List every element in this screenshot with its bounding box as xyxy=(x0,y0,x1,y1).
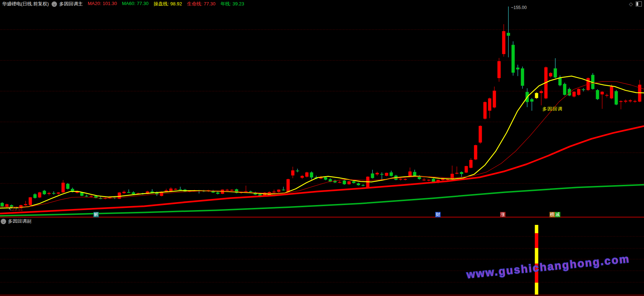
candle-body xyxy=(43,191,46,194)
candle-body xyxy=(610,87,613,99)
candle-body xyxy=(474,145,477,160)
sub-indicator-name[interactable]: 多因回调副 xyxy=(8,218,31,225)
main-chart-canvas[interactable] xyxy=(0,0,644,296)
candle-body xyxy=(512,45,515,73)
candle-body xyxy=(362,185,365,186)
candle-body xyxy=(380,174,384,175)
candle-body xyxy=(498,61,501,78)
event-label[interactable]: 解 xyxy=(93,212,99,217)
split-panel-icon[interactable] xyxy=(636,1,642,6)
sub-panel-signal-bar xyxy=(535,233,538,248)
diamond-icon[interactable]: ◇ xyxy=(629,1,633,7)
candle-body xyxy=(343,180,346,184)
candle-body xyxy=(38,192,41,197)
candle-body xyxy=(169,188,173,191)
candle-body xyxy=(629,100,632,101)
indicator-main-name[interactable]: 多因回调主 xyxy=(59,1,83,7)
legend-item: 操盘线: 98.92 xyxy=(154,1,182,7)
candle-body xyxy=(57,192,60,193)
candle-body xyxy=(324,177,327,179)
candle-body xyxy=(34,194,37,198)
candle-body xyxy=(352,181,356,183)
candle-body xyxy=(1,203,4,206)
candle-body xyxy=(573,92,576,96)
candle-body xyxy=(535,93,538,98)
candle-body xyxy=(52,193,56,194)
candle-body xyxy=(634,101,637,102)
candle-body xyxy=(301,176,304,178)
candle-body xyxy=(216,192,220,193)
candle-body xyxy=(521,68,524,86)
legend-item: 年线: 39.23 xyxy=(220,1,244,7)
legend-item: 生命线: 77.30 xyxy=(187,1,216,7)
candle-body xyxy=(123,192,126,193)
candle-body xyxy=(305,173,309,177)
candle-body xyxy=(226,190,229,191)
candle-body xyxy=(601,92,604,94)
candle-body xyxy=(399,179,402,179)
event-label[interactable]: 财 xyxy=(435,212,441,217)
ma-line-shengming xyxy=(0,126,644,213)
chevron-down-icon[interactable]: ⌄ xyxy=(52,1,57,7)
candle-body xyxy=(310,173,313,178)
candle-body xyxy=(174,189,177,190)
candle-body xyxy=(291,170,295,175)
candle-body xyxy=(563,84,566,95)
ma-line-ma20 xyxy=(0,82,644,207)
candle-body xyxy=(90,196,93,197)
event-label[interactable]: 榜 xyxy=(550,212,555,217)
candle-body xyxy=(282,190,285,190)
candle-body xyxy=(488,99,491,111)
candle-body xyxy=(624,101,627,102)
window-controls: ◇ xyxy=(629,1,642,7)
app-window: 华盛锂电(日线.前复权) ⌄ 多因回调主 MA20: 101.30MA60: 7… xyxy=(0,0,644,296)
candle-body xyxy=(465,166,468,173)
chevron-down-icon[interactable]: ⌄ xyxy=(1,219,6,224)
sub-panel-signal-bar xyxy=(535,225,538,233)
candle-body xyxy=(423,180,426,180)
candle-body xyxy=(85,196,88,196)
sub-panel-signal-bar xyxy=(535,283,538,295)
candle-body xyxy=(615,91,618,105)
ma-legend: MA20: 101.30MA60: 77.30操盘线: 98.92生命线: 77… xyxy=(83,1,244,7)
candle-body xyxy=(371,174,374,178)
candle-body xyxy=(549,73,552,76)
stock-title: 华盛锂电(日线.前复权) xyxy=(2,1,49,7)
candle-body xyxy=(484,102,487,119)
candle-body xyxy=(376,173,379,174)
candle-body xyxy=(24,204,27,205)
candle-body xyxy=(502,31,506,54)
signal-label: 多因回调 xyxy=(542,106,563,112)
event-label[interactable]: 涨 xyxy=(500,212,506,217)
sub-panel-title-bar: ⌄ 多因回调副 xyxy=(1,218,31,225)
candle-body xyxy=(530,99,534,102)
candle-body xyxy=(132,192,135,194)
candle-body xyxy=(48,193,51,194)
candle-body xyxy=(348,181,351,184)
low-price-annotation: ↖23.51 xyxy=(8,207,23,212)
candle-body xyxy=(413,172,416,175)
candle-body xyxy=(62,183,65,192)
legend-item: MA60: 77.30 xyxy=(122,1,149,7)
candle-body xyxy=(357,183,360,185)
candle-body xyxy=(619,101,623,102)
candle-body xyxy=(277,190,281,192)
candle-body xyxy=(179,189,182,190)
candle-body xyxy=(582,89,585,90)
candle-body xyxy=(605,95,609,96)
candle-body xyxy=(385,173,388,176)
candle-body xyxy=(230,190,234,191)
candle-body xyxy=(80,192,84,196)
candle-body xyxy=(273,192,276,192)
candle-body xyxy=(507,33,510,36)
candle-body xyxy=(390,173,393,176)
candle-body xyxy=(338,182,341,183)
event-label[interactable]: 减 xyxy=(555,212,560,217)
candle-body xyxy=(493,91,496,107)
candle-body xyxy=(559,78,562,86)
candle-body xyxy=(540,91,543,93)
candle-body xyxy=(287,179,290,192)
candle-body xyxy=(577,89,581,95)
candle-body xyxy=(427,180,431,180)
candle-body xyxy=(516,68,520,69)
